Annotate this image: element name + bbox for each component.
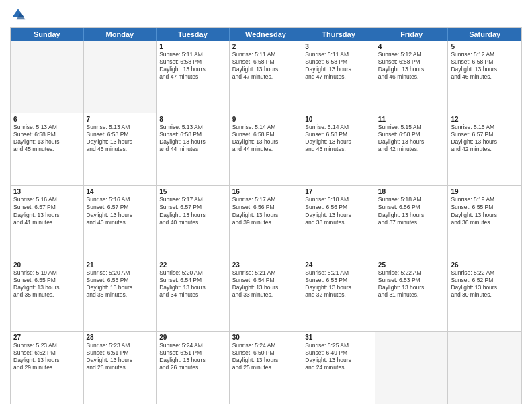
cal-cell: 18Sunrise: 5:18 AMSunset: 6:56 PMDayligh…: [375, 186, 449, 258]
cal-cell: 21Sunrise: 5:20 AMSunset: 6:55 PMDayligh…: [84, 259, 157, 331]
cell-line: Sunset: 6:51 PM: [159, 349, 226, 357]
cell-line: Sunset: 6:58 PM: [451, 58, 519, 66]
cal-cell: 1Sunrise: 5:11 AMSunset: 6:58 PMDaylight…: [157, 41, 230, 113]
cell-line: Sunset: 6:56 PM: [378, 203, 445, 211]
cell-line: Sunrise: 5:11 AM: [305, 51, 372, 58]
cell-line: Sunrise: 5:16 AM: [87, 196, 154, 203]
cell-line: Sunrise: 5:21 AM: [232, 269, 300, 277]
cal-cell: 31Sunrise: 5:25 AMSunset: 6:49 PMDayligh…: [302, 332, 375, 404]
day-number: 16: [232, 188, 300, 195]
cell-line: Daylight: 13 hours: [451, 212, 519, 219]
cal-cell: 3Sunrise: 5:11 AMSunset: 6:58 PMDaylight…: [302, 41, 375, 113]
header-day-tuesday: Tuesday: [157, 28, 230, 41]
calendar-body: 1Sunrise: 5:11 AMSunset: 6:58 PMDaylight…: [11, 41, 521, 404]
calendar: SundayMondayTuesdayWednesdayThursdayFrid…: [10, 27, 522, 404]
cal-cell: 9Sunrise: 5:14 AMSunset: 6:58 PMDaylight…: [230, 113, 303, 185]
week-row-3: 13Sunrise: 5:16 AMSunset: 6:57 PMDayligh…: [11, 186, 521, 259]
cell-line: Sunrise: 5:18 AM: [378, 196, 445, 203]
cell-line: and 26 minutes.: [159, 364, 226, 371]
cell-line: Daylight: 13 hours: [305, 138, 372, 146]
cell-line: Sunset: 6:58 PM: [159, 131, 226, 138]
header-day-monday: Monday: [84, 28, 157, 41]
cell-line: and 47 minutes.: [305, 73, 372, 81]
cell-line: Sunset: 6:58 PM: [159, 58, 226, 66]
cell-line: Daylight: 13 hours: [232, 212, 300, 219]
cell-line: Daylight: 13 hours: [87, 212, 154, 219]
day-number: 21: [87, 261, 154, 269]
cell-line: and 24 minutes.: [305, 364, 372, 371]
day-number: 30: [232, 334, 300, 341]
cell-line: Sunset: 6:54 PM: [232, 277, 300, 284]
cal-cell: 16Sunrise: 5:17 AMSunset: 6:56 PMDayligh…: [230, 186, 303, 258]
cal-cell: 19Sunrise: 5:19 AMSunset: 6:55 PMDayligh…: [448, 186, 521, 258]
cell-line: Sunset: 6:55 PM: [451, 203, 519, 211]
cell-line: and 25 minutes.: [232, 364, 300, 371]
cell-line: and 35 minutes.: [13, 291, 81, 299]
cell-line: Sunrise: 5:11 AM: [232, 51, 300, 58]
cell-line: and 47 minutes.: [232, 73, 300, 81]
cell-line: Daylight: 13 hours: [87, 357, 154, 364]
cell-line: Daylight: 13 hours: [305, 284, 372, 291]
cell-line: Sunrise: 5:11 AM: [159, 51, 226, 58]
cell-line: and 45 minutes.: [13, 146, 81, 153]
page: SundayMondayTuesdayWednesdayThursdayFrid…: [0, 0, 532, 411]
cell-line: Daylight: 13 hours: [87, 284, 154, 291]
cal-cell: 27Sunrise: 5:23 AMSunset: 6:52 PMDayligh…: [11, 332, 84, 404]
cell-line: Sunset: 6:57 PM: [87, 203, 154, 211]
header: [10, 7, 522, 23]
day-number: 27: [13, 334, 81, 341]
cell-line: Daylight: 13 hours: [305, 357, 372, 364]
cell-line: and 28 minutes.: [87, 364, 154, 371]
cell-line: Sunset: 6:57 PM: [13, 203, 81, 211]
cell-line: Sunrise: 5:22 AM: [378, 269, 445, 277]
day-number: 3: [305, 43, 372, 50]
cell-line: Sunrise: 5:15 AM: [378, 124, 445, 131]
cell-line: and 46 minutes.: [451, 73, 519, 81]
cal-cell: 25Sunrise: 5:22 AMSunset: 6:53 PMDayligh…: [375, 259, 449, 331]
cell-line: Sunrise: 5:20 AM: [159, 269, 226, 277]
cell-line: Sunset: 6:50 PM: [232, 349, 300, 357]
day-number: 26: [451, 261, 519, 269]
logo: [10, 7, 29, 23]
day-number: 7: [87, 116, 154, 123]
day-number: 15: [159, 188, 226, 195]
day-number: 1: [159, 43, 226, 50]
cell-line: Sunset: 6:58 PM: [378, 131, 445, 138]
day-number: 5: [451, 43, 519, 50]
cell-line: and 33 minutes.: [232, 291, 300, 299]
cell-line: and 46 minutes.: [378, 73, 445, 81]
day-number: 18: [378, 188, 445, 195]
cell-line: Sunrise: 5:12 AM: [378, 51, 445, 58]
day-number: 6: [13, 116, 81, 123]
cell-line: Sunset: 6:49 PM: [305, 349, 372, 357]
cell-line: Sunset: 6:58 PM: [305, 58, 372, 66]
cell-line: Daylight: 13 hours: [378, 138, 445, 146]
cell-line: and 42 minutes.: [378, 146, 445, 153]
cell-line: Daylight: 13 hours: [451, 66, 519, 73]
cell-line: and 32 minutes.: [305, 291, 372, 299]
cell-line: Sunrise: 5:23 AM: [13, 342, 81, 349]
cell-line: Sunset: 6:58 PM: [232, 131, 300, 138]
cell-line: and 43 minutes.: [305, 146, 372, 153]
day-number: 23: [232, 261, 300, 269]
cell-line: and 37 minutes.: [378, 219, 445, 226]
cal-cell: 2Sunrise: 5:11 AMSunset: 6:58 PMDaylight…: [230, 41, 303, 113]
cell-line: Sunrise: 5:22 AM: [451, 269, 519, 277]
day-number: 20: [13, 261, 81, 269]
cell-line: Sunrise: 5:20 AM: [87, 269, 154, 277]
cal-cell: 14Sunrise: 5:16 AMSunset: 6:57 PMDayligh…: [84, 186, 157, 258]
day-number: 22: [159, 261, 226, 269]
cell-line: Daylight: 13 hours: [378, 284, 445, 291]
header-day-sunday: Sunday: [11, 28, 84, 41]
cell-line: Sunset: 6:52 PM: [13, 349, 81, 357]
cell-line: Sunrise: 5:21 AM: [305, 269, 372, 277]
cell-line: Sunrise: 5:14 AM: [232, 124, 300, 131]
cell-line: Daylight: 13 hours: [232, 284, 300, 291]
cell-line: Sunrise: 5:24 AM: [159, 342, 226, 349]
cell-line: and 29 minutes.: [13, 364, 81, 371]
cell-line: Sunrise: 5:25 AM: [305, 342, 372, 349]
header-day-saturday: Saturday: [448, 28, 521, 41]
cell-line: Sunset: 6:51 PM: [87, 349, 154, 357]
cal-cell: 28Sunrise: 5:23 AMSunset: 6:51 PMDayligh…: [84, 332, 157, 404]
cell-line: Sunrise: 5:14 AM: [305, 124, 372, 131]
